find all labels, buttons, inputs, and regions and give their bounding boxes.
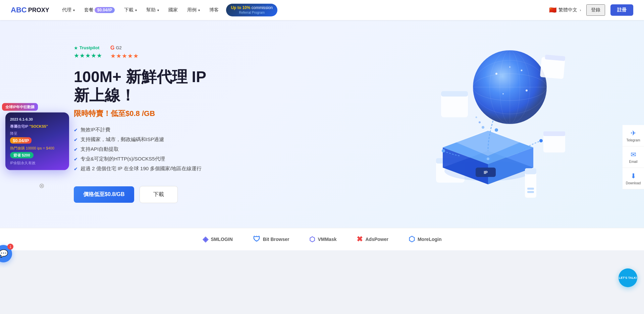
nav-right: 🇨🇳 繁體中文 › 登錄 註冊 bbox=[549, 4, 633, 16]
nav-referral[interactable]: Up to 10% commission Referral Program bbox=[226, 4, 277, 17]
svg-rect-17 bbox=[543, 131, 565, 136]
close-promo-button[interactable]: ⊗ bbox=[39, 182, 45, 228]
chevron-down-icon: ▾ bbox=[135, 8, 137, 12]
hero-title: 100M+ 新鮮代理 IP 新上線！ bbox=[74, 68, 322, 105]
pricing-button[interactable]: 價格低至$0.8/GB bbox=[74, 186, 134, 203]
check-icon: ✔ bbox=[74, 156, 78, 162]
nav-item-usecases[interactable]: 用例 ▾ bbox=[182, 0, 205, 20]
nav-links: 代理 ▾ 套餐 $0.04/IP 下載 ▾ 幫助 ▾ 國家 用例 ▾ 博客 Up… bbox=[57, 0, 549, 20]
check-icon: ✔ bbox=[74, 166, 78, 172]
promo-price-row: $0.04/IP bbox=[10, 137, 64, 144]
trustpilot-label: Trustpilot bbox=[79, 45, 99, 50]
logo-abc: ABC bbox=[11, 6, 27, 14]
download-icon: ⬇ bbox=[631, 172, 636, 180]
g2-label: G2 bbox=[116, 45, 121, 50]
telegram-icon: ✈ bbox=[631, 129, 636, 137]
feature-item: ✔ 专业&可定制的HTTP(s)/SOCKS5代理 bbox=[74, 156, 322, 162]
svg-point-30 bbox=[495, 128, 498, 132]
vmmask-icon: ⬡ bbox=[309, 235, 315, 243]
feature-item: ✔ 支持國家，城市，郵政編碼和ISP過濾 bbox=[74, 136, 322, 143]
navbar: ABC PROXY 代理 ▾ 套餐 $0.04/IP 下載 ▾ 幫助 ▾ 國家 … bbox=[0, 0, 644, 20]
adspower-icon: ✖ bbox=[357, 235, 363, 244]
svg-rect-35 bbox=[527, 191, 534, 193]
login-button[interactable]: 登錄 bbox=[586, 4, 605, 16]
svg-point-8 bbox=[521, 70, 523, 71]
svg-rect-36 bbox=[527, 188, 534, 190]
svg-rect-15 bbox=[441, 91, 468, 97]
feature-list: ✔ 無效IP不計費 ✔ 支持國家，城市，郵政編碼和ISP過濾 ✔ 支持API自動… bbox=[74, 127, 322, 175]
promo-hot: 熱門搶購 10000 ips = $400 bbox=[10, 146, 64, 151]
svg-point-31 bbox=[539, 139, 543, 142]
smlogin-icon: ◈ bbox=[203, 235, 208, 244]
partner-vmmask: ⬡ VMMask bbox=[309, 235, 336, 243]
svg-point-11 bbox=[509, 66, 511, 68]
bitbrowser-icon: 🛡 bbox=[253, 235, 260, 244]
svg-rect-34 bbox=[525, 168, 536, 174]
chat-badge: 1 bbox=[7, 244, 13, 250]
chevron-down-icon: ▾ bbox=[157, 8, 159, 12]
svg-text:IP: IP bbox=[484, 170, 487, 175]
logo-proxy: PROXY bbox=[28, 7, 49, 14]
nav-item-countries[interactable]: 國家 bbox=[164, 0, 182, 20]
chevron-down-icon: ▾ bbox=[198, 8, 200, 12]
svg-point-32 bbox=[442, 149, 445, 152]
chevron-down-icon: ▾ bbox=[73, 8, 75, 12]
hero-buttons: 價格低至$0.8/GB 下載 bbox=[74, 186, 322, 203]
svg-point-7 bbox=[495, 73, 497, 75]
g2-item: G G2 ★★★★★ bbox=[110, 45, 139, 60]
hero-right: IP bbox=[322, 20, 644, 228]
hero-section: 全球IP年中狂歡購 2023 6.1-6.30 專屬住宅IP "SOCKS5" … bbox=[0, 20, 644, 228]
nav-item-proxy[interactable]: 代理 ▾ bbox=[57, 0, 79, 20]
promo-card: 全球IP年中狂歡購 2023 6.1-6.30 專屬住宅IP "SOCKS5" … bbox=[5, 113, 69, 170]
chat-icon: 💬 bbox=[0, 249, 8, 258]
nav-item-help[interactable]: 幫助 ▾ bbox=[142, 0, 164, 20]
morelogin-icon: ⬡ bbox=[409, 235, 415, 244]
logo[interactable]: ABC PROXY bbox=[11, 6, 49, 14]
g2-icon: G bbox=[110, 45, 114, 51]
partner-smlogin: ◈ SMLOGIN bbox=[203, 235, 233, 244]
trust-row: ★ Trustpilot ★★★★★ G G2 ★★★★★ bbox=[74, 45, 322, 60]
nav-item-blog[interactable]: 博客 bbox=[205, 0, 223, 20]
partner-adspower: ✖ AdsPower bbox=[357, 235, 388, 244]
telegram-button[interactable]: ✈ Telegram bbox=[623, 125, 644, 146]
svg-rect-14 bbox=[441, 94, 468, 117]
language-selector[interactable]: 🇨🇳 繁體中文 › bbox=[549, 6, 581, 14]
chevron-right-icon: › bbox=[580, 8, 581, 12]
trustpilot-item: ★ Trustpilot ★★★★★ bbox=[74, 45, 102, 59]
promo-footer: IP余額永久有效 bbox=[10, 161, 64, 166]
nav-item-download[interactable]: 下載 ▾ bbox=[119, 0, 142, 20]
promo-drop: 降至 bbox=[10, 131, 64, 136]
hero-subtitle: 限時特賣！低至$0.8 /GB bbox=[74, 109, 322, 119]
check-icon: ✔ bbox=[74, 147, 78, 152]
svg-rect-16 bbox=[543, 134, 565, 152]
promo-date: 2023 6.1-6.30 bbox=[10, 117, 64, 121]
partner-bitbrowser: 🛡 Bit Browser bbox=[253, 235, 289, 244]
svg-point-39 bbox=[476, 117, 477, 118]
svg-rect-33 bbox=[525, 171, 536, 198]
trustpilot-stars: ★★★★★ bbox=[74, 52, 102, 59]
promo-product: 專屬住宅IP "SOCKS5" bbox=[10, 124, 64, 129]
flag-icon: 🇨🇳 bbox=[549, 6, 556, 14]
email-icon: ✉ bbox=[631, 150, 636, 159]
feature-item: ✔ 支持API自動提取 bbox=[74, 146, 322, 152]
check-icon: ✔ bbox=[74, 137, 78, 142]
email-button[interactable]: ✉ Email bbox=[623, 146, 644, 168]
g2-stars: ★★★★★ bbox=[110, 52, 139, 60]
promo-price: $0.04/IP bbox=[10, 137, 32, 144]
trustpilot-star-icon: ★ bbox=[74, 45, 78, 51]
download-sidebar-button[interactable]: ⬇ Download bbox=[623, 168, 644, 189]
promo-banner: 全球IP年中狂歡購 bbox=[2, 103, 38, 111]
partner-morelogin: ⬡ MoreLogin bbox=[409, 235, 442, 244]
feature-item: ✔ 無效IP不計費 bbox=[74, 127, 322, 133]
nav-item-packages[interactable]: 套餐 $0.04/IP bbox=[79, 0, 120, 20]
chat-button[interactable]: 💬 1 bbox=[0, 245, 12, 262]
svg-point-37 bbox=[482, 126, 484, 129]
download-hero-button[interactable]: 下載 bbox=[140, 186, 178, 203]
partners-bar: ◈ SMLOGIN 🛡 Bit Browser ⬡ VMMask ✖ AdsPo… bbox=[0, 228, 644, 250]
svg-point-29 bbox=[487, 158, 489, 160]
promo-save: 節省 $200 bbox=[10, 152, 34, 159]
right-sidebar: ✈ Telegram ✉ Email ⬇ Download bbox=[623, 125, 644, 189]
svg-point-38 bbox=[479, 121, 481, 123]
svg-point-10 bbox=[526, 89, 528, 91]
register-button[interactable]: 註冊 bbox=[610, 4, 633, 16]
